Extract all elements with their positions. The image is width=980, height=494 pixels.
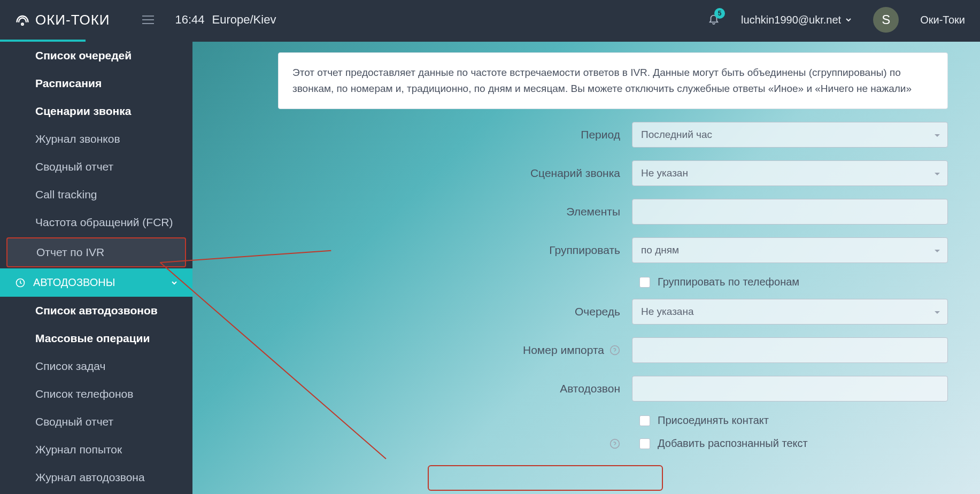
main-content: Этот отчет предоставляет данные по часто… [192, 42, 980, 494]
elements-label: Элементы [192, 205, 620, 218]
attach-contact-checkbox[interactable] [639, 415, 650, 426]
sidebar-item[interactable]: Журнал автодозвона [0, 464, 192, 491]
group-select[interactable]: по дням [632, 237, 948, 263]
attach-contact-label: Присоединять контакт [658, 414, 769, 427]
sidebar-item[interactable]: Журнал попыток [0, 436, 192, 464]
sidebar-item[interactable]: Расписания [0, 70, 192, 97]
sidebar-item[interactable]: Массовые операции [0, 325, 192, 352]
hamburger-icon[interactable] [142, 16, 154, 24]
queue-label: Очередь [192, 305, 620, 318]
sidebar-item[interactable]: Список автодозвонов [0, 297, 192, 325]
sidebar-item[interactable]: Журнал звонков [0, 125, 192, 153]
group-label: Группировать [192, 244, 620, 257]
info-card: Этот отчет предоставляет данные по часто… [278, 52, 948, 109]
import-input[interactable] [632, 337, 948, 363]
sidebar-group-autodial[interactable]: АВТОДОЗВОНЫ [0, 268, 192, 297]
sidebar-item[interactable]: Call tracking [0, 181, 192, 209]
logo[interactable]: ОКИ-ТОКИ [15, 12, 110, 28]
notification-badge: 5 [714, 8, 725, 19]
group-by-phone-label: Группировать по телефонам [658, 276, 799, 288]
user-menu[interactable]: luchkin1990@ukr.net [741, 14, 852, 26]
elements-input[interactable] [632, 199, 948, 225]
scenario-select[interactable]: Не указан [632, 160, 948, 186]
sidebar-item[interactable]: Сводный отчет [0, 408, 192, 436]
app-header: ОКИ-ТОКИ 16:44 Europe/Kiev 5 luchkin1990… [0, 0, 980, 40]
chevron-down-icon [171, 280, 178, 286]
avatar[interactable]: S [873, 7, 899, 33]
recognized-text-label: Добавить распознанный текст [658, 437, 808, 450]
sidebar-item[interactable]: Сводный отчет [0, 153, 192, 181]
scenario-label: Сценарий звонка [192, 167, 620, 180]
sidebar-item[interactable]: Список задач [0, 352, 192, 380]
timezone: Europe/Kiev [212, 13, 276, 27]
notifications-button[interactable]: 5 [708, 12, 720, 27]
import-label: Номер импорта [192, 344, 620, 357]
logo-text: ОКИ-ТОКИ [35, 12, 110, 28]
autodial-input[interactable] [632, 376, 948, 402]
sidebar-item[interactable]: Список телефонов [0, 380, 192, 408]
logo-icon [15, 12, 30, 27]
help-icon[interactable] [609, 345, 620, 356]
group-by-phone-checkbox[interactable] [639, 277, 650, 288]
chevron-down-icon [845, 17, 852, 23]
sidebar-item[interactable]: Сценарии звонка [0, 97, 192, 125]
svg-point-0 [21, 23, 24, 25]
period-label: Период [192, 128, 620, 141]
clock-time: 16:44 [175, 13, 205, 27]
company-name[interactable]: Оки-Токи [920, 14, 965, 26]
sidebar-item[interactable]: Отчет по IVR [6, 237, 186, 267]
sidebar-group-label: АВТОДОЗВОНЫ [33, 276, 115, 289]
autodial-label: Автодозвон [192, 382, 620, 395]
sidebar-item[interactable]: Список очередей [0, 42, 192, 70]
recognized-text-checkbox[interactable] [639, 438, 650, 449]
clock-icon [15, 277, 26, 288]
help-icon[interactable] [609, 438, 620, 449]
sidebar-item[interactable]: Частота обращений (FCR) [0, 209, 192, 236]
sidebar: Список очередейРасписанияСценарии звонка… [0, 42, 192, 494]
user-email-text: luchkin1990@ukr.net [741, 14, 841, 26]
period-select[interactable]: Последний час [632, 122, 948, 148]
queue-select[interactable]: Не указана [632, 299, 948, 325]
